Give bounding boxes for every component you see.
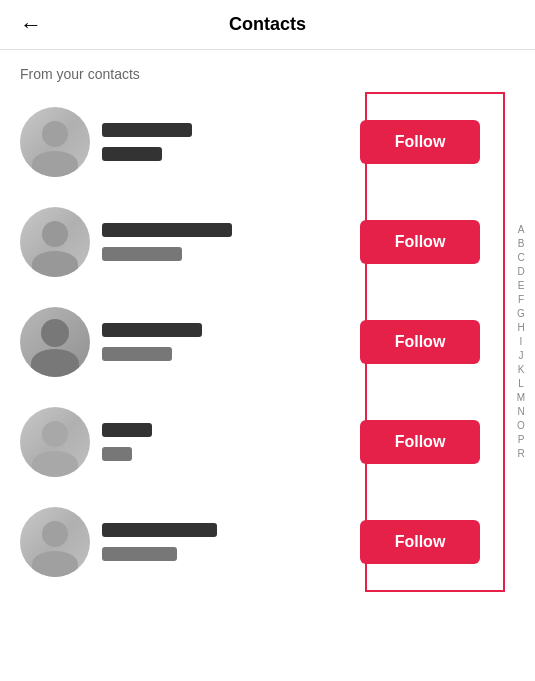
alpha-i[interactable]: I <box>520 336 523 348</box>
alpha-g[interactable]: G <box>517 308 525 320</box>
list-item: Follow <box>0 392 535 492</box>
handle-bar <box>102 547 177 561</box>
alpha-c[interactable]: C <box>517 252 524 264</box>
alpha-k[interactable]: K <box>518 364 525 376</box>
name-bar <box>102 423 152 437</box>
alpha-p[interactable]: P <box>518 434 525 446</box>
follow-button[interactable]: Follow <box>360 520 480 564</box>
header: ← Contacts <box>0 0 535 50</box>
contact-info <box>90 323 360 361</box>
back-button[interactable]: ← <box>16 8 46 42</box>
follow-button[interactable]: Follow <box>360 220 480 264</box>
alpha-l[interactable]: L <box>518 378 524 390</box>
alpha-m[interactable]: M <box>517 392 525 404</box>
name-bar <box>102 223 232 237</box>
contact-info <box>90 523 360 561</box>
avatar <box>20 507 90 577</box>
alpha-b[interactable]: B <box>518 238 525 250</box>
name-bar <box>102 523 217 537</box>
handle-bar <box>102 347 172 361</box>
alpha-n[interactable]: N <box>517 406 524 418</box>
name-bar <box>102 323 202 337</box>
alpha-h[interactable]: H <box>517 322 524 334</box>
alpha-e[interactable]: E <box>518 280 525 292</box>
follow-button[interactable]: Follow <box>360 320 480 364</box>
alpha-j[interactable]: J <box>519 350 524 362</box>
list-item: Follow <box>0 292 535 392</box>
alpha-f[interactable]: F <box>518 294 524 306</box>
list-item: Follow <box>0 492 535 592</box>
follow-button[interactable]: Follow <box>360 420 480 464</box>
avatar <box>20 307 90 377</box>
list-item: Follow <box>0 192 535 292</box>
section-label: From your contacts <box>0 50 535 92</box>
page-title: Contacts <box>229 14 306 35</box>
handle-bar <box>102 447 132 461</box>
handle-bar <box>102 147 162 161</box>
contacts-list: Follow Follow <box>0 92 535 592</box>
alpha-a[interactable]: A <box>518 224 525 236</box>
alphabet-index: A B C D E F G H I J K L M N O P R <box>507 92 535 592</box>
back-icon: ← <box>20 12 42 37</box>
avatar <box>20 107 90 177</box>
contact-info <box>90 223 360 261</box>
avatar <box>20 207 90 277</box>
contact-info <box>90 123 360 161</box>
handle-bar <box>102 247 182 261</box>
name-bar <box>102 123 192 137</box>
list-item: Follow <box>0 92 535 192</box>
avatar <box>20 407 90 477</box>
follow-button[interactable]: Follow <box>360 120 480 164</box>
alpha-d[interactable]: D <box>517 266 524 278</box>
alpha-r[interactable]: R <box>517 448 524 460</box>
contacts-wrapper: Follow Follow <box>0 92 535 592</box>
alpha-o[interactable]: O <box>517 420 525 432</box>
contact-info <box>90 423 360 461</box>
